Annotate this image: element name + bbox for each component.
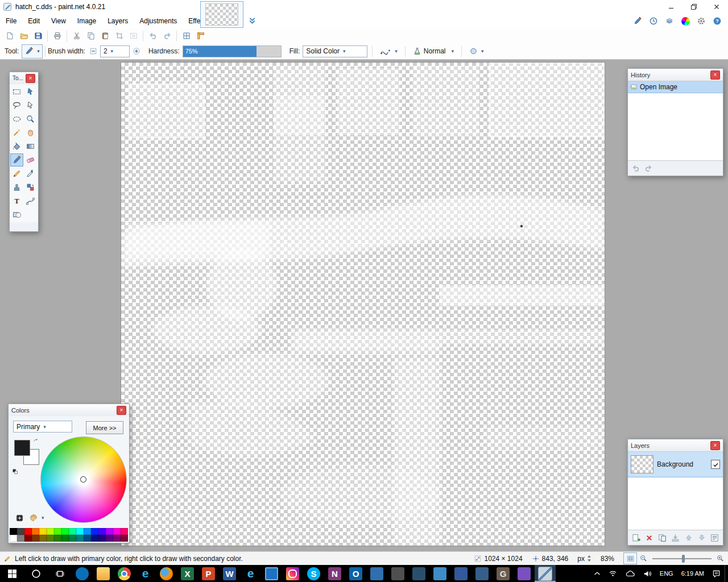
palette-swatch[interactable] — [98, 528, 106, 535]
tools-window-toggle[interactable] — [631, 15, 644, 27]
open-button[interactable] — [16, 29, 31, 43]
palette-swatch[interactable] — [47, 528, 54, 535]
add-color-to-palette-button[interactable] — [15, 514, 24, 522]
network-tray-icon[interactable] — [605, 565, 621, 582]
paste-button[interactable] — [98, 29, 112, 43]
menu-view[interactable]: View — [46, 14, 72, 28]
crop-to-selection-button[interactable] — [112, 29, 126, 43]
palette-swatch[interactable] — [17, 528, 24, 535]
history-window-titlebar[interactable]: History × — [628, 69, 723, 81]
more-button[interactable]: More >> — [86, 421, 123, 434]
taskbar-app-outlook[interactable]: O — [345, 565, 366, 582]
palette-swatch[interactable] — [24, 528, 32, 535]
hidden-icons-button[interactable] — [590, 565, 605, 582]
add-new-layer-button[interactable] — [631, 533, 641, 543]
redo-button[interactable] — [160, 29, 174, 43]
delete-layer-button[interactable] — [644, 533, 654, 543]
colors-window-toggle[interactable] — [679, 15, 692, 27]
tool-text[interactable]: T — [10, 194, 23, 207]
zoom-out-button[interactable] — [639, 554, 648, 563]
color-target-selector[interactable]: Primary ▾ — [13, 421, 72, 433]
layers-window-titlebar[interactable]: Layers × — [628, 439, 723, 451]
copy-button[interactable] — [84, 29, 98, 43]
tools-window-titlebar[interactable]: To... × — [10, 72, 38, 84]
zoom-slider[interactable] — [652, 554, 712, 563]
palette-swatch[interactable] — [47, 535, 54, 542]
palette-swatch[interactable] — [39, 535, 47, 542]
taskbar-app-snipping-tool[interactable] — [408, 565, 429, 582]
duplicate-layer-button[interactable] — [657, 533, 667, 543]
rulers-toggle-button[interactable] — [193, 29, 208, 43]
antialiasing-selector[interactable]: ▾ — [377, 44, 400, 59]
zoom-to-window-button[interactable] — [623, 552, 637, 564]
taskbar-app-internet-explorer[interactable]: e — [240, 565, 261, 582]
tools-window-close-button[interactable]: × — [26, 74, 35, 83]
history-undo-button[interactable] — [631, 164, 640, 173]
tool-move-selection[interactable] — [24, 99, 37, 112]
palette-swatch[interactable] — [10, 535, 17, 542]
settings-button[interactable] — [695, 15, 708, 27]
palette-menu-button[interactable]: ▾ — [29, 513, 44, 522]
save-button[interactable] — [31, 29, 45, 43]
taskbar-app-chrome[interactable] — [114, 565, 135, 582]
colors-window-titlebar[interactable]: Colors × — [9, 404, 129, 416]
clock[interactable]: 6:19 AM — [677, 565, 708, 582]
minimize-button[interactable] — [660, 1, 682, 14]
grid-toggle-button[interactable] — [179, 29, 193, 43]
image-list-button[interactable] — [248, 16, 257, 25]
deselect-button[interactable] — [126, 29, 140, 43]
brush-width-increase-button[interactable] — [131, 44, 142, 58]
tool-clone-stamp[interactable] — [10, 181, 23, 194]
tool-ellipse-select[interactable] — [10, 113, 23, 126]
zoom-slider-thumb[interactable] — [682, 555, 685, 563]
active-tool-selector[interactable]: ▾ — [22, 44, 43, 59]
canvas[interactable] — [121, 63, 605, 546]
tool-magic-wand[interactable] — [10, 126, 23, 139]
palette-swatch[interactable] — [32, 528, 39, 535]
tool-move-selected-pixels[interactable] — [24, 85, 37, 98]
open-image-tab[interactable] — [200, 1, 243, 28]
colors-window-close-button[interactable]: × — [117, 406, 126, 415]
layer-row-background[interactable]: Background — [628, 452, 723, 477]
taskbar-app-paint-dot-net[interactable] — [535, 565, 556, 582]
taskbar-app-store[interactable] — [72, 565, 93, 582]
taskbar-app-notepad[interactable] — [429, 565, 450, 582]
close-button[interactable] — [705, 1, 728, 14]
history-window-close-button[interactable]: × — [710, 70, 720, 80]
taskbar-app-file-explorer[interactable] — [93, 565, 114, 582]
history-redo-button[interactable] — [644, 164, 653, 173]
palette-swatch[interactable] — [84, 528, 91, 535]
taskbar-app-onenote[interactable]: N — [324, 565, 345, 582]
palette-swatch[interactable] — [76, 528, 84, 535]
undo-button[interactable] — [146, 29, 160, 43]
taskbar-app-excel[interactable]: X — [177, 565, 198, 582]
palette-swatch[interactable] — [106, 535, 113, 542]
palette-swatch[interactable] — [10, 528, 17, 535]
move-layer-up-button[interactable] — [684, 533, 694, 543]
taskbar-app-calculator[interactable] — [450, 565, 471, 582]
menu-adjustments[interactable]: Adjustments — [134, 14, 183, 28]
palette-swatch[interactable] — [121, 535, 128, 542]
tool-color-picker[interactable] — [24, 167, 37, 180]
palette-swatch[interactable] — [54, 535, 61, 542]
task-view-button[interactable] — [48, 565, 72, 582]
taskbar-app-gimp[interactable]: G — [493, 565, 514, 582]
fill-style-selector[interactable]: Solid Color ▾ — [303, 45, 367, 57]
blend-mode-selector[interactable]: Normal ▾ — [410, 44, 457, 59]
tool-rectangle-select[interactable] — [10, 85, 23, 98]
layer-properties-button[interactable] — [710, 533, 720, 543]
brush-width-input[interactable]: 2 ▾ — [100, 45, 130, 57]
tool-zoom[interactable] — [24, 113, 37, 126]
taskbar-app-edge[interactable]: e — [135, 565, 156, 582]
palette-swatch[interactable] — [24, 535, 32, 542]
tool-line-curve[interactable] — [24, 194, 37, 207]
menu-image[interactable]: Image — [72, 14, 102, 28]
tool-shapes[interactable] — [10, 208, 23, 221]
layers-window-close-button[interactable]: × — [710, 441, 720, 450]
taskbar-app-camera[interactable] — [471, 565, 493, 582]
onedrive-tray-icon[interactable] — [621, 565, 639, 582]
palette-swatch[interactable] — [84, 535, 91, 542]
palette-swatch[interactable] — [91, 535, 98, 542]
palette-swatch[interactable] — [61, 535, 69, 542]
zoom-in-button[interactable] — [716, 554, 725, 563]
